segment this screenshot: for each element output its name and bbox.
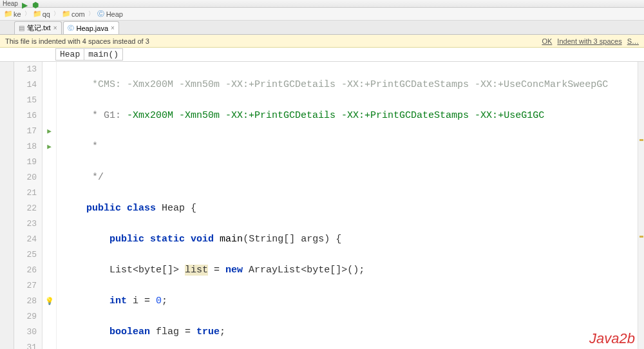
notification-action-more[interactable]: S… (627, 37, 639, 45)
fold-gutter[interactable]: ▶▶💡 (43, 62, 57, 349)
file-tab[interactable]: ▤ 笔记.txt × (14, 21, 62, 34)
fold-cell[interactable] (43, 278, 56, 294)
breadcrumb: 📁ke 〉 📁qq 〉 📁com 〉 ⒸHeap (0, 8, 644, 21)
line-number[interactable]: 30 (14, 325, 37, 340)
line-number[interactable]: 19 (14, 155, 37, 170)
chevron-right-icon: 〉 (53, 10, 59, 18)
fold-cell[interactable] (43, 216, 56, 232)
error-stripe[interactable] (638, 62, 644, 349)
breadcrumb-item[interactable]: 📁qq (32, 10, 52, 18)
line-number[interactable]: 29 (14, 309, 37, 325)
line-number[interactable]: 14 (14, 77, 37, 93)
line-number[interactable]: 20 (14, 170, 37, 185)
line-number-gutter[interactable]: 13141516171819202122232425262728293031 (14, 62, 43, 349)
line-number[interactable]: 21 (14, 185, 37, 201)
chevron-right-icon: 〉 (24, 10, 30, 18)
line-number[interactable]: 26 (14, 263, 37, 278)
line-number[interactable]: 18 (14, 139, 37, 155)
fold-cell[interactable] (43, 185, 56, 201)
breadcrumb-item[interactable]: 📁ke (3, 10, 23, 18)
folder-icon: 📁 (5, 10, 12, 18)
stripe-marker[interactable] (639, 139, 643, 141)
watermark: Java2b (589, 331, 635, 346)
fold-cell[interactable] (43, 77, 56, 93)
line-number[interactable]: 28 (14, 294, 37, 309)
breadcrumb-item[interactable]: ⒸHeap (95, 10, 125, 18)
fold-cell[interactable] (43, 263, 56, 278)
editor: 13141516171819202122232425262728293031 ▶… (0, 62, 644, 349)
fold-cell[interactable] (43, 170, 56, 185)
class-icon: Ⓒ (68, 24, 74, 33)
file-tab-label: Heap.java (77, 24, 109, 32)
fold-cell[interactable] (43, 325, 56, 340)
left-tool-gutter (0, 62, 14, 349)
fold-cell[interactable]: ▶ (43, 139, 56, 155)
close-icon[interactable]: × (111, 24, 115, 32)
notification-action-ok[interactable]: OK (542, 37, 552, 45)
code-context-bar: Heap main() (0, 48, 644, 62)
stripe-marker[interactable] (639, 236, 643, 238)
notification-action-indent[interactable]: Indent with 3 spaces (557, 37, 621, 45)
fold-cell[interactable] (43, 93, 56, 108)
debug-icon[interactable]: ⬢ (32, 1, 39, 7)
file-tab[interactable]: Ⓒ Heap.java × (63, 21, 119, 34)
line-number[interactable]: 17 (14, 124, 37, 139)
fold-cell[interactable] (43, 232, 56, 247)
fold-cell[interactable] (43, 155, 56, 170)
code-area[interactable]: *CMS: -Xmx200M -Xmn50m -XX:+PrintGCDetai… (57, 62, 644, 349)
line-number[interactable]: 31 (14, 340, 37, 349)
folder-icon: 📁 (33, 10, 41, 18)
run-config-label[interactable]: Heap (3, 0, 18, 7)
fold-cell[interactable]: ▶ (43, 124, 56, 139)
fold-cell[interactable] (43, 62, 56, 77)
text-file-icon: ▤ (19, 24, 24, 32)
fold-cell[interactable] (43, 309, 56, 325)
notification-bar: This file is indented with 4 spaces inst… (0, 35, 644, 48)
run-gutter-icon[interactable]: ▶ (47, 139, 52, 155)
context-method[interactable]: main() (84, 48, 123, 61)
file-tab-label: 笔记.txt (27, 23, 51, 33)
line-number[interactable]: 15 (14, 93, 37, 108)
line-number[interactable]: 22 (14, 201, 37, 216)
bulb-icon[interactable]: 💡 (45, 294, 54, 309)
fold-cell[interactable]: 💡 (43, 294, 56, 309)
fold-cell[interactable] (43, 201, 56, 216)
run-icon[interactable]: ▶ (22, 1, 28, 7)
line-number[interactable]: 24 (14, 232, 37, 247)
chevron-right-icon: 〉 (88, 10, 94, 18)
file-tabs: ▤ 笔记.txt × Ⓒ Heap.java × (0, 21, 644, 35)
breadcrumb-item[interactable]: 📁com (61, 10, 87, 18)
line-number[interactable]: 27 (14, 278, 37, 294)
context-class[interactable]: Heap (55, 48, 84, 61)
notification-message: This file is indented with 4 spaces inst… (5, 37, 149, 45)
folder-icon: 📁 (62, 10, 70, 18)
line-number[interactable]: 23 (14, 216, 37, 232)
run-gutter-icon[interactable]: ▶ (47, 124, 52, 139)
fold-cell[interactable] (43, 247, 56, 263)
line-number[interactable]: 25 (14, 247, 37, 263)
close-icon[interactable]: × (53, 24, 57, 32)
class-icon: Ⓒ (97, 10, 105, 18)
fold-cell[interactable] (43, 340, 56, 349)
line-number[interactable]: 13 (14, 62, 37, 77)
line-number[interactable]: 16 (14, 108, 37, 124)
main-toolbar: Heap ▶ ⬢ (0, 0, 644, 8)
fold-cell[interactable] (43, 108, 56, 124)
